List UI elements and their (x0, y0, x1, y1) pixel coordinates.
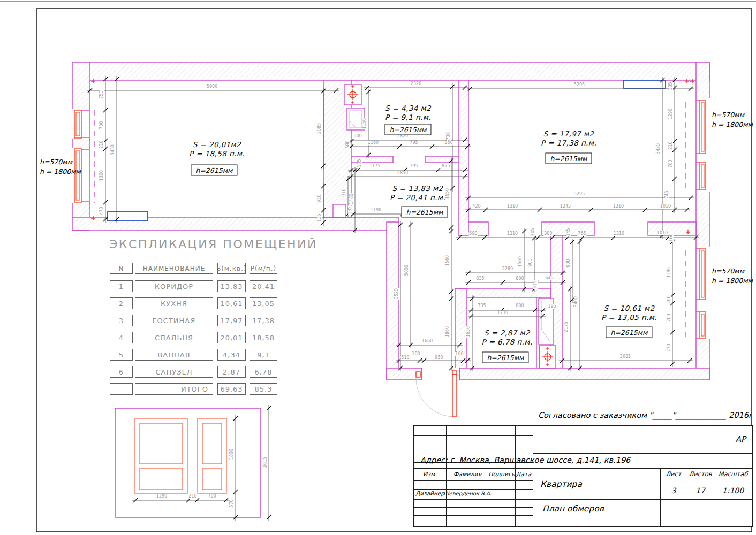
dim-label: 795 (409, 141, 418, 145)
designer-role: Дизайнер (415, 490, 444, 496)
room-area-label: S = 10,61 м2 (604, 304, 655, 312)
dim-label: 765 (577, 232, 586, 236)
dim-label: 1190 (370, 208, 382, 212)
dim-label: 5295 (573, 192, 585, 196)
legend-cell: 5 (110, 349, 133, 361)
dim-label: 2615 (263, 456, 268, 468)
legend-cell: 4,34 (217, 349, 246, 361)
dim-label: 2175 (564, 321, 569, 333)
dim-label: 1480 (350, 193, 354, 205)
window-height-label: h=570ммh = 1800мм (712, 110, 753, 129)
window-sill-height: h=570мм (712, 266, 753, 276)
room-perimeter-label: P = 9,1 п.м. (385, 113, 431, 121)
dim-label: 135 (358, 158, 362, 167)
room-perimeter-label: P = 20,41 п.м. (390, 193, 445, 202)
drawing-title: План обмеров (542, 504, 604, 514)
dim-label: 185 (669, 81, 673, 90)
dim-label: 645 (545, 276, 554, 280)
legend-cell: 13,83 (217, 280, 246, 292)
dim-label: 1860 (445, 326, 450, 338)
legend-cell: 10,61 (217, 297, 246, 309)
dim-label: 510 (400, 356, 410, 360)
legend-title: ЭКСПЛИКАЦИЯ ПОМЕЩЕНИЙ (109, 238, 317, 251)
dim-label: 1560 (445, 255, 450, 266)
dim-label: 800 (515, 304, 524, 308)
legend-cell: ГОСТИНАЯ (135, 315, 213, 326)
room-height-badge: h=2615мм (545, 153, 592, 164)
dim-label: 470 (100, 206, 104, 215)
dim-label: 750 (100, 90, 104, 99)
dim-label: 3430 (111, 144, 115, 156)
dim-label: 1175 (369, 164, 381, 169)
dim-label: 700 (100, 120, 104, 129)
dim-label: 770 (667, 343, 671, 352)
dim-label: 3085 (619, 355, 631, 359)
legend-cell: 2,87 (217, 366, 246, 378)
dim-label: 900 (566, 258, 571, 268)
dim-label: 1730 (497, 311, 509, 315)
room-height-badge: h=2615мм (191, 165, 237, 176)
dim-label: 1310 (613, 232, 625, 236)
legend-cell: 85,3 (250, 383, 277, 395)
room-area-label: S = 4,34 м2 (385, 104, 431, 112)
dim-label: 195 (547, 304, 556, 309)
sheet-number: 3 (671, 486, 676, 495)
dim-label: 950 (434, 356, 443, 360)
room-perimeter-label: P = 13,05 п.м. (601, 313, 657, 322)
agreement-line: Согласовано с заказчиком "_____"________… (538, 411, 753, 419)
window-sill-height: h=570мм (40, 157, 81, 167)
window-height-label: h=570ммh = 1800мм (712, 266, 753, 286)
col-familia: Фамилия (453, 471, 481, 478)
dim-label: 1300 (100, 170, 104, 181)
room-height-badge: h=2615мм (482, 352, 528, 363)
legend-cell: 13,05 (250, 297, 277, 309)
legend-header-cell: НАИМЕНОВАНИЕ (135, 263, 213, 274)
legend-cell: КУХНЯ (135, 297, 213, 309)
dim-label: 135 (348, 205, 352, 215)
dim-label: 1800 (230, 448, 234, 460)
dim-label: 1160 (367, 141, 379, 145)
dim-label: 5295 (573, 83, 585, 87)
legend-cell: 20,01 (217, 332, 246, 343)
dim-label: 2850 (397, 171, 409, 175)
dim-label: 745 (665, 190, 669, 199)
room-height-badge: h=2615мм (401, 207, 448, 218)
legend-cell: 3 (110, 315, 133, 326)
dim-label: 420 (472, 204, 481, 209)
dim-label: 210 (188, 494, 197, 499)
window-sill-height: h=570мм (712, 110, 753, 120)
object-name: Квартира (540, 479, 582, 489)
dim-label: 1010 (656, 231, 668, 235)
dim-label: 100 (455, 352, 464, 356)
legend-cell: ИТОГО (135, 383, 213, 395)
address-line: Адрес: г. Москва, Варшавское шоссе, д.14… (420, 456, 630, 464)
dim-label: 5900 (206, 85, 218, 89)
legend-header-cell: S(м.кв.) (217, 263, 246, 274)
dim-label: 1660 (421, 339, 433, 343)
dim-label: 1290 (156, 494, 168, 499)
col-izm: Изм. (423, 471, 437, 478)
legend-cell: КОРИДОР (135, 280, 213, 292)
dim-label: 860 (444, 141, 453, 145)
dim-label: 1560 (518, 256, 523, 268)
window-height-label: h=570ммh = 1800мм (40, 157, 81, 177)
legend-header-cell: P(м/п.) (250, 263, 277, 274)
room-area-label: S = 17,97 м2 (543, 129, 594, 138)
dim-label: 1290 (669, 108, 673, 120)
room-perimeter-label: P = 18,58 п.м. (189, 149, 245, 158)
designer-name: Шеверденок В.А. (443, 491, 492, 496)
dim-label: 700 (669, 159, 673, 168)
dim-label: 1650 (466, 326, 471, 338)
dim-label: 345 (566, 227, 571, 236)
dim-label: 900 (528, 258, 533, 267)
dim-label: 2320 (410, 82, 422, 86)
dim-label: 380 (543, 232, 553, 236)
room-height-badge: h=2615мм (606, 327, 652, 338)
dim-label: 345 (531, 227, 535, 236)
dim-label: 700 (207, 494, 216, 499)
dim-label: 1245 (560, 204, 571, 209)
dim-label: 1650 (445, 188, 450, 200)
dim-label: 135 (317, 213, 322, 222)
window-opening-height: h = 1800мм (712, 276, 753, 286)
dim-label: 2085 (317, 123, 322, 134)
